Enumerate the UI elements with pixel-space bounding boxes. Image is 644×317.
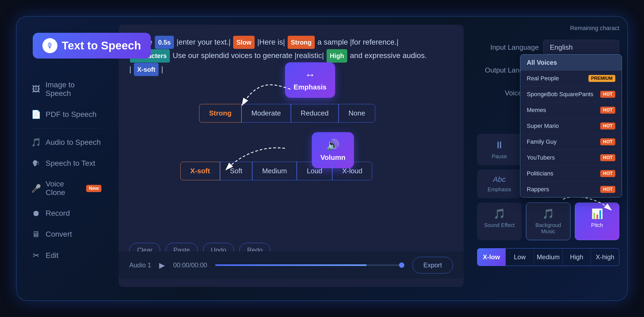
sidebar-item-convert[interactable]: 🖥 Convert (25, 225, 108, 244)
tag-0.5s: 0.5s (155, 36, 174, 49)
tool-pitch-active[interactable]: 📊 Pitch (575, 203, 619, 240)
input-language-row: Input Language English (477, 40, 619, 55)
audio-bar: Audio 1 ▶ 00:00/00:00 Export (119, 251, 464, 279)
progress-dot (399, 262, 404, 268)
export-button[interactable]: Export (412, 257, 453, 273)
volume-btn-medium[interactable]: Medium (252, 162, 297, 180)
pitch-btn-medium[interactable]: Medium (534, 248, 562, 266)
background-music-icon: 🎵 (542, 208, 554, 219)
emphasis-tool-label: Emphasis (488, 186, 511, 193)
logo-text: Text to Speech (62, 39, 141, 52)
audio-icon: 🎵 (31, 138, 41, 147)
dropdown-item-label-rappers: Rappers (527, 186, 549, 193)
emphasis-tool-icon: Abc (493, 175, 506, 184)
play-button[interactable]: ▶ (159, 261, 165, 270)
pitch-btn-high[interactable]: High (563, 248, 591, 266)
sidebar-label-record: Record (46, 209, 70, 218)
record-icon: ⏺ (31, 209, 41, 218)
badge-hot-youtubers: HOT (600, 154, 615, 161)
pitch-btn-xhigh[interactable]: X-high (591, 248, 619, 266)
dropdown-item-label-youtubers: YouTubers (527, 154, 555, 161)
dropdown-item-rappers[interactable]: Rappers HOT (520, 182, 622, 197)
dropdown-item-label-politicians: Politicians (527, 170, 553, 177)
badge-hot-rappers: HOT (600, 186, 615, 193)
sidebar: 🖼 Image to Speech 📄 PDF to Speech 🎵 Audi… (17, 17, 113, 300)
emphasis-btn-reduced[interactable]: Reduced (291, 104, 339, 123)
sidebar-item-voice-clone[interactable]: 🎤 Voice Clone New (25, 175, 108, 202)
dropdown-item-family-guy[interactable]: Family Guy HOT (520, 134, 622, 150)
emphasis-popup-icon: ↔ (305, 69, 315, 81)
dropdown-item-youtubers[interactable]: YouTubers HOT (520, 150, 622, 166)
edit-icon: ✂ (31, 251, 41, 260)
emphasis-btn-moderate[interactable]: Moderate (241, 104, 291, 123)
audio-track-label: Audio 1 (129, 261, 151, 269)
sidebar-item-audio-to-speech[interactable]: 🎵 Audio to Speech (25, 133, 108, 152)
progress-fill (215, 264, 367, 266)
badge-hot-memes: HOT (600, 107, 615, 114)
badge-hot-spongebob: HOT (600, 91, 615, 98)
pdf-icon: 📄 (31, 110, 41, 119)
input-language-label: Input Language (477, 43, 539, 52)
sidebar-label-convert: Convert (46, 230, 72, 239)
main-content: Please 0.5s |enter your text.| Slow |Her… (113, 17, 472, 300)
logo-badge[interactable]: 🎙 Text to Speech (33, 33, 151, 59)
dropdown-item-real-people[interactable]: Real People PREMIUM (520, 71, 622, 87)
background-music-label: Backgroud Music (530, 222, 566, 235)
new-badge: New (86, 185, 101, 192)
pitch-btn-low[interactable]: Low (506, 248, 534, 266)
pitch-btn-xlow[interactable]: X-low (477, 248, 506, 266)
editor-panel[interactable]: Please 0.5s |enter your text.| Slow |Her… (119, 25, 464, 287)
sound-effect-icon: 🎵 (493, 208, 506, 219)
dropdown-item-label-spongebob: SpongeBob SquarePants (527, 91, 593, 98)
volume-button-group: X-soft Soft Medium Loud X-loud (180, 162, 372, 180)
tool-sound-effect[interactable]: 🎵 Sound Effect (477, 203, 522, 240)
tool-pause[interactable]: ⏸ Pause (477, 134, 522, 165)
dropdown-item-label-family-guy: Family Guy (527, 138, 557, 145)
tag-xsoft: X-soft (134, 63, 159, 76)
volume-btn-loud[interactable]: Loud (297, 162, 332, 180)
speech-icon: 🗣 (31, 159, 41, 168)
dropdown-item-label-memes: Memes (527, 107, 546, 114)
volume-btn-soft[interactable]: Soft (220, 162, 252, 180)
sidebar-label-image-to-speech: Image to Speech (45, 81, 101, 98)
dropdown-item-label-super-mario: Super Mario (527, 123, 559, 129)
sidebar-item-speech-to-text[interactable]: 🗣 Speech to Text (25, 154, 108, 173)
sidebar-item-image-to-speech[interactable]: 🖼 Image to Speech (25, 76, 108, 103)
sidebar-label-speech-to-text: Speech to Text (46, 159, 95, 168)
badge-hot-politicians: HOT (600, 170, 615, 177)
volume-btn-xsoft[interactable]: X-soft (180, 162, 220, 180)
volume-popup-label: Volumn (320, 153, 345, 162)
pause-label: Pause (492, 153, 507, 160)
emphasis-btn-none[interactable]: None (339, 104, 375, 123)
badge-hot-super-mario: HOT (600, 123, 615, 129)
sidebar-item-edit[interactable]: ✂ Edit (25, 246, 108, 265)
dropdown-item-memes[interactable]: Memes HOT (520, 102, 622, 118)
dropdown-item-spongebob[interactable]: SpongeBob SquarePants HOT (520, 87, 622, 102)
pitch-button-group: X-low Low Medium High X-high (477, 248, 619, 266)
sound-effect-label: Sound Effect (484, 222, 515, 228)
remaining-chars: Remaining charact (477, 25, 619, 32)
badge-hot-family-guy: HOT (600, 138, 615, 145)
dropdown-item-politicians[interactable]: Politicians HOT (520, 166, 622, 182)
emphasis-popup: ↔ Emphasis (285, 62, 335, 98)
emphasis-btn-strong[interactable]: Strong (199, 104, 241, 123)
volume-btn-xloud[interactable]: X-loud (332, 162, 372, 180)
progress-bar[interactable] (215, 264, 404, 266)
pitch-active-label: Pitch (591, 222, 603, 228)
pitch-active-icon: 📊 (591, 208, 603, 219)
sidebar-item-pdf-to-speech[interactable]: 📄 PDF to Speech (25, 105, 108, 124)
tool-background-music[interactable]: 🎵 Backgroud Music (526, 203, 570, 240)
tag-slow: Slow (233, 36, 255, 49)
dropdown-item-super-mario[interactable]: Super Mario HOT (520, 118, 622, 134)
tool-emphasis[interactable]: Abc Emphasis (477, 170, 522, 198)
mic-icon: 🎤 (31, 184, 41, 193)
sidebar-item-record[interactable]: ⏺ Record (25, 204, 108, 223)
volume-popup-icon: 🔊 (326, 139, 340, 151)
voices-dropdown[interactable]: All Voices Real People PREMIUM SpongeBob… (520, 54, 622, 197)
sidebar-divider-1 (31, 128, 101, 128)
input-language-value[interactable]: English (543, 40, 619, 55)
pause-icon: ⏸ (495, 139, 504, 151)
emphasis-popup-label: Emphasis (294, 83, 327, 91)
sidebar-label-pdf-to-speech: PDF to Speech (46, 110, 97, 119)
dropdown-header: All Voices (520, 55, 622, 71)
